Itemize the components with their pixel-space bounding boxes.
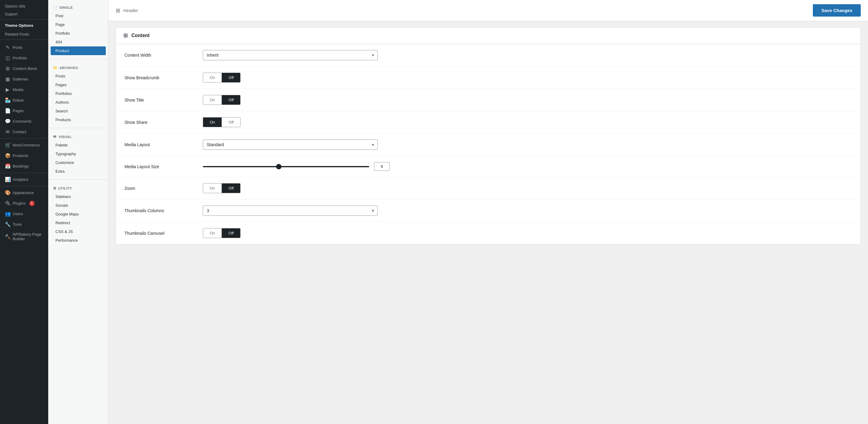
second-sidebar-archives-portfolios[interactable]: Portfolios — [48, 89, 108, 98]
slider-wrapper-media-size: 6 — [203, 162, 390, 171]
select-thumbnails-columns[interactable]: 1 2 3 4 5 — [203, 206, 378, 216]
second-sidebar: 📄 Single Post Page Portfolio 404 Product… — [48, 0, 108, 424]
sidebar-divider-top — [0, 19, 48, 20]
label-media-layout: Media Layout — [124, 142, 203, 147]
control-show-breadcrumb: On Off — [203, 72, 852, 83]
second-sidebar-visual-typography[interactable]: Typography — [48, 149, 108, 158]
sidebar-item-contact[interactable]: ✉ Contact — [0, 127, 48, 137]
select-content-width[interactable]: Inherit Full Width Boxed — [203, 50, 378, 60]
control-media-layout-size: 6 — [203, 162, 852, 171]
second-sidebar-archives-search[interactable]: Search — [48, 107, 108, 115]
setting-show-breadcrumb: Show Breadcrumb On Off — [116, 67, 861, 89]
sidebar-item-portfolio[interactable]: ◫ Portfolio — [0, 53, 48, 63]
second-sidebar-utility-redirect[interactable]: Redirect — [48, 218, 108, 227]
sidebar-item-comments[interactable]: 💬 Comments — [0, 116, 48, 127]
second-sidebar-archives-products[interactable]: Products — [48, 115, 108, 124]
setting-zoom: Zoom On Off — [116, 177, 861, 200]
setting-show-share: Show Share On Off — [116, 111, 861, 133]
media-icon: ▶ — [5, 87, 10, 92]
label-media-layout-size: Media Layout Size — [124, 164, 203, 169]
header-breadcrumb-area: ⊞ Header — [116, 7, 138, 14]
second-sidebar-visual-palette[interactable]: Palette — [48, 141, 108, 149]
second-sidebar-visual-extra[interactable]: Extra — [48, 167, 108, 176]
second-sidebar-utility-css-js[interactable]: CSS & JS — [48, 227, 108, 236]
label-content-width: Content Width — [124, 53, 203, 58]
sidebar-item-content-block[interactable]: ⊞ Content Block — [0, 63, 48, 74]
toggle-title-on[interactable]: On — [203, 95, 221, 104]
toggle-thumbnails-carousel: On Off — [203, 228, 241, 238]
toggle-show-breadcrumb: On Off — [203, 72, 241, 83]
setting-content-width: Content Width Inherit Full Width Boxed ▾ — [116, 44, 861, 67]
dokan-icon: 🏪 — [5, 97, 10, 103]
sidebar-item-wpbakery[interactable]: 🔨 WPBakery Page Builder — [0, 230, 48, 243]
sidebar-item-support[interactable]: Support — [0, 10, 48, 18]
content-section-icon: ⊞ — [123, 32, 128, 39]
slider-value-media-layout-size: 6 — [374, 162, 390, 171]
content-card-body: Content Width Inherit Full Width Boxed ▾ — [116, 44, 861, 244]
second-sidebar-item-page[interactable]: Page — [48, 20, 108, 29]
sidebar-item-bookings[interactable]: 📅 Bookings — [0, 161, 48, 172]
sidebar-item-posts[interactable]: ✎ Posts — [0, 42, 48, 53]
toggle-zoom-on[interactable]: On — [203, 184, 221, 193]
sidebar-item-tools[interactable]: 🔧 Tools — [0, 219, 48, 230]
left-sidebar: Options Utils Support Theme Options Rela… — [0, 0, 48, 424]
toggle-share-on[interactable]: On — [203, 118, 221, 127]
appearance-icon: 🎨 — [5, 190, 10, 195]
save-changes-button[interactable]: Save Changes — [813, 4, 861, 17]
sidebar-item-galleries[interactable]: ▦ Galleries — [0, 74, 48, 84]
sidebar-divider-3 — [0, 138, 48, 139]
second-sidebar-visual-customize[interactable]: Customize — [48, 158, 108, 167]
sidebar-item-options-utils[interactable]: Options Utils — [0, 2, 48, 10]
utility-section-icon: ⚙ — [53, 186, 57, 190]
select-media-layout[interactable]: Standard Wide Full — [203, 140, 378, 150]
slider-media-layout-size[interactable] — [203, 166, 369, 167]
sidebar-item-theme-options[interactable]: Theme Options — [0, 21, 48, 30]
sidebar-item-analytics[interactable]: 📊 Analytics — [0, 174, 48, 185]
sidebar-item-dokan[interactable]: 🏪 Dokan — [0, 95, 48, 105]
sidebar-item-pages[interactable]: 📄 Pages — [0, 105, 48, 116]
setting-thumbnails-columns: Thumbnails Columns 1 2 3 4 5 ▾ — [116, 200, 861, 222]
toggle-carousel-on[interactable]: On — [203, 229, 221, 238]
control-thumbnails-carousel: On Off — [203, 228, 852, 238]
second-sidebar-item-product[interactable]: Product — [51, 47, 106, 55]
sidebar-top: Options Utils Support Theme Options Rela… — [0, 0, 48, 42]
second-sidebar-item-portfolio[interactable]: Portfolio — [48, 29, 108, 38]
visual-section-icon: 👁 — [53, 135, 57, 139]
sidebar-item-woocommerce[interactable]: 🛒 WooCommerce — [0, 140, 48, 150]
second-sidebar-item-404[interactable]: 404 — [48, 38, 108, 47]
second-sidebar-archives-posts[interactable]: Posts — [48, 72, 108, 81]
content-card: ⊞ Content Content Width Inherit Full Wid… — [116, 27, 861, 244]
sidebar-item-products[interactable]: 📦 Products — [0, 150, 48, 161]
products-icon: 📦 — [5, 153, 10, 158]
sidebar-item-plugins[interactable]: 🔌 Plugins 1 — [0, 198, 48, 209]
second-sidebar-utility-sidebars[interactable]: Sidebars — [48, 192, 108, 201]
toggle-breadcrumb-off[interactable]: Off — [221, 73, 240, 82]
second-sidebar-archives-authors[interactable]: Authors — [48, 98, 108, 107]
control-content-width: Inherit Full Width Boxed ▾ — [203, 50, 852, 60]
toggle-title-off[interactable]: Off — [221, 95, 240, 104]
pages-icon: 📄 — [5, 108, 10, 114]
second-sidebar-utility-performance[interactable]: Performance — [48, 236, 108, 245]
sidebar-item-users[interactable]: 👥 Users — [0, 209, 48, 219]
sidebar-item-related-posts[interactable]: Related Posts — [0, 30, 48, 38]
section-archives-header: 📁 Archives — [48, 64, 108, 72]
users-icon: 👥 — [5, 211, 10, 217]
content-card-header: ⊞ Content — [116, 27, 861, 44]
second-sidebar-utility-google-maps[interactable]: Google Maps — [48, 210, 108, 218]
second-sidebar-utility-socials[interactable]: Socials — [48, 201, 108, 210]
sidebar-item-media[interactable]: ▶ Media — [0, 84, 48, 95]
toggle-zoom-off[interactable]: Off — [221, 184, 240, 193]
setting-media-layout: Media Layout Standard Wide Full ▾ — [116, 133, 861, 156]
toggle-breadcrumb-on[interactable]: On — [203, 73, 221, 82]
setting-thumbnails-carousel: Thumbnails Carousel On Off — [116, 222, 861, 244]
toggle-zoom: On Off — [203, 183, 241, 193]
sidebar-item-appearance[interactable]: 🎨 Appearance — [0, 187, 48, 198]
second-sidebar-item-post[interactable]: Post — [48, 11, 108, 20]
comments-icon: 💬 — [5, 118, 10, 124]
portfolio-icon: ◫ — [5, 55, 10, 61]
second-sidebar-archives-pages[interactable]: Pages — [48, 81, 108, 89]
toggle-carousel-off[interactable]: Off — [221, 229, 240, 238]
content-block-icon: ⊞ — [5, 66, 10, 71]
toggle-share-off[interactable]: Off — [221, 118, 240, 127]
label-show-breadcrumb: Show Breadcrumb — [124, 75, 203, 80]
